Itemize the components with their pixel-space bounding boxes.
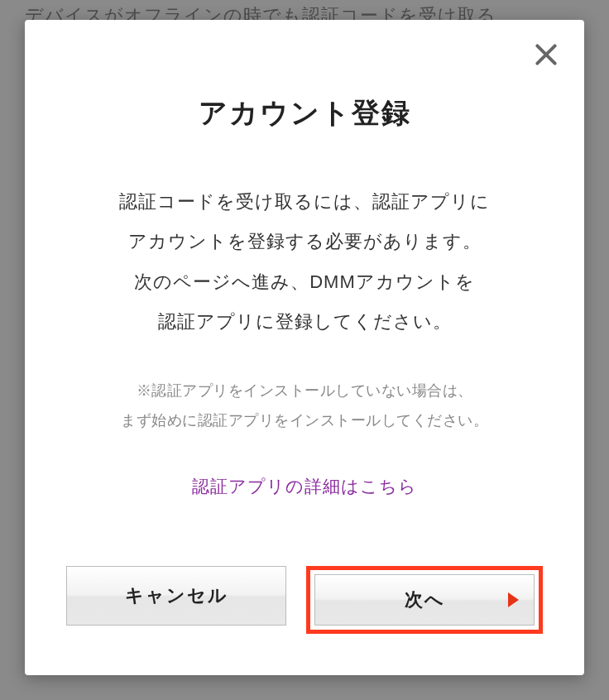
next-button[interactable]: 次へ xyxy=(314,574,535,626)
body-line: 認証アプリに登録してください。 xyxy=(66,302,543,342)
account-registration-modal: アカウント登録 認証コードを受け取るには、認証アプリに アカウントを登録する必要… xyxy=(25,20,584,675)
close-icon xyxy=(533,41,559,68)
note-line: まず始めに認証アプリをインストールしてください。 xyxy=(66,405,543,435)
chevron-right-icon xyxy=(508,592,519,607)
body-line: アカウントを登録する必要があります。 xyxy=(66,222,543,261)
modal-title: アカウント登録 xyxy=(66,94,543,132)
close-button[interactable] xyxy=(528,36,564,73)
modal-body: 認証コードを受け取るには、認証アプリに アカウントを登録する必要があります。 次… xyxy=(66,182,543,343)
modal-note: ※認証アプリをインストールしていない場合は、 まず始めに認証アプリをインストール… xyxy=(66,376,543,435)
body-line: 次のページへ進み、DMMアカウントを xyxy=(66,262,543,302)
body-line: 認証コードを受け取るには、認証アプリに xyxy=(66,182,543,222)
cancel-button-wrap: キャンセル xyxy=(66,566,286,634)
cancel-button[interactable]: キャンセル xyxy=(66,566,286,626)
next-button-highlight: 次へ xyxy=(306,566,543,634)
button-row: キャンセル 次へ xyxy=(66,566,543,634)
auth-app-details-link[interactable]: 認証アプリの詳細はこちら xyxy=(66,475,543,498)
note-line: ※認証アプリをインストールしていない場合は、 xyxy=(66,376,543,405)
next-button-label: 次へ xyxy=(405,587,445,612)
